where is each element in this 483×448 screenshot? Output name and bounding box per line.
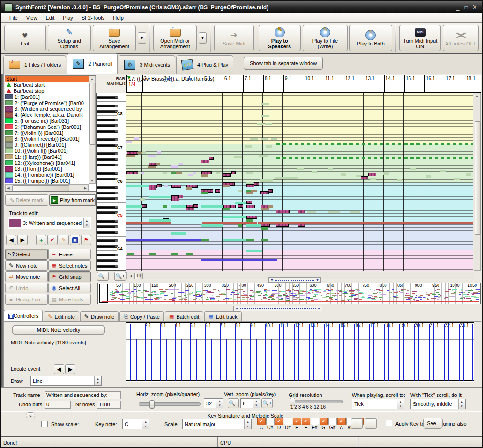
minimize-button[interactable]: _ [453, 4, 462, 11]
maximize-button[interactable]: □ [462, 4, 470, 11]
midi-note[interactable] [188, 174, 193, 176]
velocity-bar[interactable] [339, 324, 340, 381]
midi-note[interactable] [261, 103, 269, 105]
midi-note[interactable] [261, 227, 268, 230]
velocity-bar[interactable] [211, 339, 212, 381]
black-key[interactable] [97, 105, 118, 107]
remove-scale-button[interactable]: − [365, 418, 377, 429]
midi-note[interactable] [328, 168, 333, 170]
midi-note[interactable] [246, 216, 257, 219]
scale-note-d[interactable]: ✔D [275, 418, 283, 430]
midi-note[interactable] [126, 141, 132, 143]
toolbar-play-to-speakers[interactable]: ✎Play to Speakers [259, 25, 301, 51]
track-list[interactable]: StartBar/beat startBar/beat stop1: [Bar0… [5, 75, 96, 192]
track-row[interactable]: Bar/beat stop [5, 88, 96, 94]
toolbar-all-notes-off[interactable]: All notes OFF [443, 25, 479, 51]
velocity-bar[interactable] [418, 324, 419, 381]
velocity-plot[interactable]: 2.13.14.15.16.17.18.19.110.111.112.113.1… [126, 322, 474, 382]
black-key[interactable] [97, 254, 118, 256]
midi-note[interactable] [179, 163, 183, 165]
tool-group-un-[interactable]: ≡Group / un- [5, 294, 48, 305]
midi-note[interactable] [235, 202, 246, 204]
track-row[interactable]: 7: ({Violin I}) [Bar001] [5, 130, 96, 136]
midi-note[interactable] [126, 239, 201, 241]
midi-note[interactable] [201, 259, 277, 261]
song-overview[interactable]: 5010015020025030035040045050055060065070… [97, 283, 481, 304]
track-row[interactable]: 4: (Alex Temple, a.k.a. DarioR [5, 112, 96, 118]
midi-note[interactable] [171, 198, 179, 201]
toolbar-save-midi[interactable]: ➜Save Midi [214, 25, 254, 51]
toolbar-play-to-both[interactable]: ✎Play to Both [349, 25, 392, 51]
midi-note[interactable] [126, 185, 149, 187]
locate-prev-button[interactable]: ◀ [54, 364, 64, 374]
scale-note-f[interactable]: ✔F [301, 418, 310, 430]
velocity-bar[interactable] [160, 324, 161, 381]
midi-note[interactable] [426, 175, 431, 178]
track-row[interactable]: 2: ("Purge of Promise") [Bar00 [5, 100, 96, 106]
black-key[interactable] [97, 152, 118, 155]
toolbar-setup-and-options[interactable]: ✎Setup and Options [48, 25, 91, 51]
midi-note[interactable] [201, 239, 209, 241]
track-spinner[interactable]: ▲▼ [83, 218, 90, 228]
midi-note[interactable] [126, 205, 142, 208]
overview-selection[interactable] [99, 284, 108, 303]
tool-grid-snap[interactable]: ⚑Grid snap [48, 271, 91, 282]
add-scale-button[interactable]: + [351, 418, 363, 429]
velocity-bar[interactable] [328, 324, 329, 381]
black-key[interactable] [97, 245, 118, 248]
midi-note[interactable] [126, 222, 171, 224]
midi-note[interactable] [209, 157, 214, 160]
midi-note[interactable] [223, 216, 246, 218]
close-button[interactable]: X [470, 4, 479, 11]
midi-note[interactable] [298, 210, 305, 213]
pianoroll-vscrollbar[interactable]: ▲ [474, 93, 481, 271]
zoom-out-button[interactable]: 🔍− [97, 272, 109, 281]
track-row[interactable]: 5: (For use in:) [Bar031] [5, 118, 96, 124]
properties-button[interactable]: ▣ [70, 235, 80, 245]
zoom-in-button[interactable]: 🔍+ [114, 272, 126, 281]
velocity-bar[interactable] [324, 324, 325, 381]
velocity-bar[interactable] [265, 324, 266, 381]
velocity-bar[interactable] [459, 324, 460, 381]
midi-note[interactable] [186, 187, 192, 190]
velocity-bar[interactable] [358, 324, 359, 381]
tool-more-tools[interactable]: ▤More tools [48, 294, 91, 305]
editor-tab-edit-note[interactable]: ✎Edit note [44, 311, 79, 321]
midi-note[interactable] [141, 172, 144, 174]
black-key[interactable] [97, 172, 118, 175]
menu-file[interactable]: File [5, 14, 22, 22]
midi-note[interactable] [261, 239, 268, 241]
midi-note[interactable] [397, 179, 402, 181]
black-key[interactable] [97, 164, 118, 166]
midi-note[interactable] [261, 138, 268, 140]
velocity-bar[interactable] [220, 324, 221, 381]
midi-note[interactable] [276, 210, 290, 213]
center-slider-top[interactable]: ▼▼ [268, 277, 321, 283]
black-key[interactable] [97, 265, 118, 268]
black-key[interactable] [97, 231, 118, 234]
midi-note[interactable] [245, 145, 252, 148]
velocity-bar[interactable] [463, 324, 464, 381]
track-row[interactable]: 8: ({Violin I reverb}) [Bar001] [5, 136, 96, 142]
midi-note[interactable] [271, 138, 277, 140]
scale-note-gs[interactable]: G# [328, 418, 337, 430]
tool-select-all[interactable]: ◉Select All [48, 283, 91, 293]
midi-note[interactable] [231, 171, 236, 174]
velocity-bar[interactable] [205, 324, 206, 381]
velocity-bar[interactable] [136, 339, 137, 381]
piano-keyboard[interactable]: C8C7C6C5C4 [96, 93, 126, 271]
editor-tab-controllers[interactable]: Controllers [4, 310, 43, 321]
menu-sf2-tools[interactable]: SF2-Tools [77, 14, 109, 22]
midi-note[interactable] [148, 166, 156, 168]
midi-note[interactable] [156, 163, 160, 165]
midi-note[interactable] [307, 211, 316, 213]
midi-note[interactable] [454, 178, 460, 180]
menu-view[interactable]: View [22, 14, 42, 22]
midi-note[interactable] [171, 232, 186, 235]
black-key[interactable] [97, 138, 118, 141]
toolbar-play-to-file-write-[interactable]: ✎Play to File (Write) [303, 25, 348, 51]
midi-note[interactable] [275, 177, 298, 179]
menu-help[interactable]: Help [109, 14, 128, 22]
tab-2-pianoroll[interactable]: ✎2 Pianoroll [67, 53, 118, 74]
midi-note[interactable] [361, 176, 368, 179]
